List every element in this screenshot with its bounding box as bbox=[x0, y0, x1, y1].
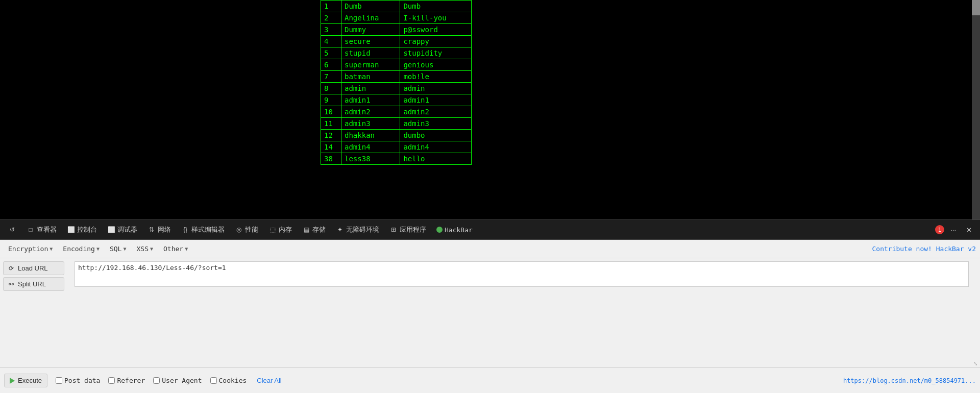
row-username: admin1 bbox=[341, 94, 400, 106]
devtools-tab-hackbar[interactable]: HackBar bbox=[432, 224, 477, 236]
hackbar-menu-encoding[interactable]: Encoding ▼ bbox=[59, 243, 104, 255]
row-id: 3 bbox=[321, 24, 341, 36]
resize-handle-icon[interactable]: ⤡ bbox=[973, 361, 978, 366]
row-password: admin2 bbox=[400, 106, 472, 118]
inspect-icon: ↺ bbox=[8, 226, 16, 234]
execute-label: Execute bbox=[18, 377, 42, 384]
row-password: stupidity bbox=[400, 47, 472, 59]
cookies-label: Cookies bbox=[219, 377, 247, 384]
devtools-tab-network[interactable]: ⇅ 网络 bbox=[143, 223, 175, 236]
table-row: 12 dhakkan dumbo bbox=[321, 130, 472, 141]
debugger-label: 调试器 bbox=[117, 225, 137, 234]
devtools-right-controls: 1 ··· ✕ bbox=[935, 224, 976, 236]
row-username: stupid bbox=[341, 47, 400, 59]
applications-label: 应用程序 bbox=[400, 225, 426, 234]
row-id: 14 bbox=[321, 141, 341, 153]
row-username: admin4 bbox=[341, 141, 400, 153]
hackbar-menu-xss[interactable]: XSS ▼ bbox=[132, 243, 157, 255]
devtools-tab-performance[interactable]: ◎ 性能 bbox=[231, 223, 262, 236]
execute-button[interactable]: Execute bbox=[4, 374, 47, 387]
table-row: 1 Dumb Dumb bbox=[321, 1, 472, 12]
post-data-label: Post data bbox=[64, 377, 100, 384]
user-agent-checkbox-group[interactable]: User Agent bbox=[153, 377, 202, 384]
debugger-icon: ⬜ bbox=[107, 226, 115, 234]
scrollbar[interactable] bbox=[972, 0, 980, 219]
url-input[interactable] bbox=[75, 261, 969, 287]
cookies-checkbox-group[interactable]: Cookies bbox=[210, 377, 247, 384]
user-agent-checkbox[interactable] bbox=[153, 377, 160, 384]
row-username: Angelina bbox=[341, 12, 400, 24]
post-data-checkbox[interactable] bbox=[56, 377, 62, 384]
referer-checkbox[interactable] bbox=[108, 377, 115, 384]
hackbar-menu-sql[interactable]: SQL ▼ bbox=[106, 243, 131, 255]
hackbar-menu-other[interactable]: Other ▼ bbox=[159, 243, 192, 255]
row-id: 8 bbox=[321, 83, 341, 94]
referer-checkbox-group[interactable]: Referer bbox=[108, 377, 145, 384]
split-url-label: Split URL bbox=[18, 280, 46, 288]
row-username: admin bbox=[341, 83, 400, 94]
other-chevron-icon: ▼ bbox=[185, 246, 188, 252]
devtools-tab-applications[interactable]: ⊞ 应用程序 bbox=[385, 223, 430, 236]
encoding-label: Encoding bbox=[63, 245, 95, 253]
devtools-tab-inspect[interactable]: ↺ bbox=[4, 224, 20, 236]
row-password: admin1 bbox=[400, 94, 472, 106]
clear-all-button[interactable]: Clear All bbox=[255, 375, 283, 386]
hackbar-menu-encryption[interactable]: Encryption ▼ bbox=[4, 243, 57, 255]
close-icon: ✕ bbox=[966, 226, 972, 234]
hackbar-bottom-row: Execute Post data Referer User Agent Coo… bbox=[0, 367, 980, 393]
bottom-link[interactable]: https://blog.csdn.net/m0_58854971... bbox=[843, 377, 976, 384]
encoding-chevron-icon: ▼ bbox=[96, 246, 100, 252]
row-password: p@ssword bbox=[400, 24, 472, 36]
referer-label: Referer bbox=[117, 377, 145, 384]
row-id: 2 bbox=[321, 12, 341, 24]
row-username: secure bbox=[341, 36, 400, 47]
performance-label: 性能 bbox=[245, 225, 258, 234]
devtools-tab-storage[interactable]: ▤ 存储 bbox=[298, 223, 330, 236]
console-label: 控制台 bbox=[77, 225, 97, 234]
hackbar-url-area: ⤡ bbox=[71, 258, 980, 367]
browser-content: 1 Dumb Dumb 2 Angelina I-kill-you 3 Dumm… bbox=[0, 0, 980, 219]
devtools-close-button[interactable]: ✕ bbox=[962, 224, 976, 236]
devtools-tab-style-editor[interactable]: {} 样式编辑器 bbox=[177, 223, 229, 236]
style-editor-label: 样式编辑器 bbox=[191, 225, 225, 234]
table-row: 10 admin2 admin2 bbox=[321, 106, 472, 118]
cookies-checkbox[interactable] bbox=[210, 377, 217, 384]
devtools-tab-accessibility[interactable]: ✦ 无障碍环境 bbox=[332, 223, 383, 236]
devtools-more-button[interactable]: ··· bbox=[946, 224, 960, 236]
load-url-button[interactable]: ⟳ Load URL bbox=[3, 261, 64, 275]
post-data-checkbox-group[interactable]: Post data bbox=[56, 377, 100, 384]
row-password: Dumb bbox=[400, 1, 472, 12]
row-id: 12 bbox=[321, 130, 341, 141]
devtools-tab-memory[interactable]: ⬚ 内存 bbox=[264, 223, 296, 236]
encryption-chevron-icon: ▼ bbox=[50, 246, 53, 252]
viewer-label: 查看器 bbox=[37, 225, 57, 234]
style-editor-icon: {} bbox=[181, 226, 189, 234]
row-id: 38 bbox=[321, 153, 341, 165]
scrollbar-thumb[interactable] bbox=[972, 0, 980, 15]
devtools-tab-debugger[interactable]: ⬜ 调试器 bbox=[103, 223, 141, 236]
console-icon: ⬜ bbox=[67, 226, 75, 234]
row-password: admin4 bbox=[400, 141, 472, 153]
table-row: 4 secure crappy bbox=[321, 36, 472, 47]
row-password: admin3 bbox=[400, 118, 472, 130]
row-username: admin2 bbox=[341, 106, 400, 118]
devtools-tab-console[interactable]: ⬜ 控制台 bbox=[63, 223, 101, 236]
sql-label: SQL bbox=[110, 245, 121, 253]
table-row: 2 Angelina I-kill-you bbox=[321, 12, 472, 24]
row-username: batman bbox=[341, 71, 400, 83]
row-id: 10 bbox=[321, 106, 341, 118]
hackbar-contribute-link[interactable]: Contribute now! HackBar v2 bbox=[872, 245, 976, 253]
row-id: 7 bbox=[321, 71, 341, 83]
table-row: 9 admin1 admin1 bbox=[321, 94, 472, 106]
load-url-icon: ⟳ bbox=[8, 265, 15, 272]
table-row: 38 less38 hello bbox=[321, 153, 472, 165]
applications-icon: ⊞ bbox=[389, 226, 398, 234]
devtools-tab-viewer[interactable]: □ 查看器 bbox=[22, 223, 61, 236]
row-id: 11 bbox=[321, 118, 341, 130]
row-username: Dummy bbox=[341, 24, 400, 36]
split-url-button[interactable]: ⚯ Split URL bbox=[3, 277, 64, 291]
row-id: 9 bbox=[321, 94, 341, 106]
row-username: superman bbox=[341, 59, 400, 71]
viewer-icon: □ bbox=[27, 226, 35, 234]
user-agent-label: User Agent bbox=[162, 377, 202, 384]
